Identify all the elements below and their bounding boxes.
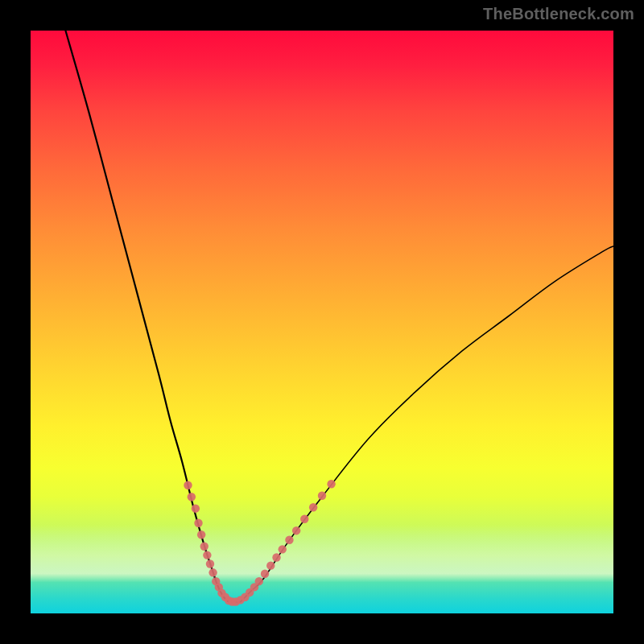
highlight-dot <box>292 526 300 535</box>
chart-frame: TheBottleneck.com <box>0 0 644 644</box>
highlight-dot <box>285 536 293 544</box>
highlight-dot <box>255 577 263 585</box>
highlight-dot <box>197 530 205 539</box>
highlight-dot <box>279 545 287 553</box>
highlight-dot <box>192 504 200 512</box>
curve-layer <box>31 31 613 613</box>
highlight-dots <box>184 480 336 606</box>
highlight-dot <box>206 559 214 568</box>
curve-left-branch <box>65 31 229 602</box>
highlight-dot <box>184 481 192 489</box>
highlight-dot <box>203 551 211 559</box>
attribution-watermark: TheBottleneck.com <box>483 5 634 23</box>
highlight-dot <box>188 493 196 501</box>
highlight-dot <box>318 492 326 500</box>
highlight-dot <box>266 561 275 569</box>
highlight-dot <box>309 503 317 511</box>
highlight-dot <box>272 553 280 561</box>
highlight-dot <box>300 515 308 523</box>
highlight-dot <box>327 480 335 488</box>
highlight-dot <box>194 519 202 527</box>
plot-area <box>31 31 613 613</box>
highlight-dot <box>208 568 217 576</box>
highlight-dot <box>200 543 208 551</box>
highlight-dot <box>261 570 269 578</box>
